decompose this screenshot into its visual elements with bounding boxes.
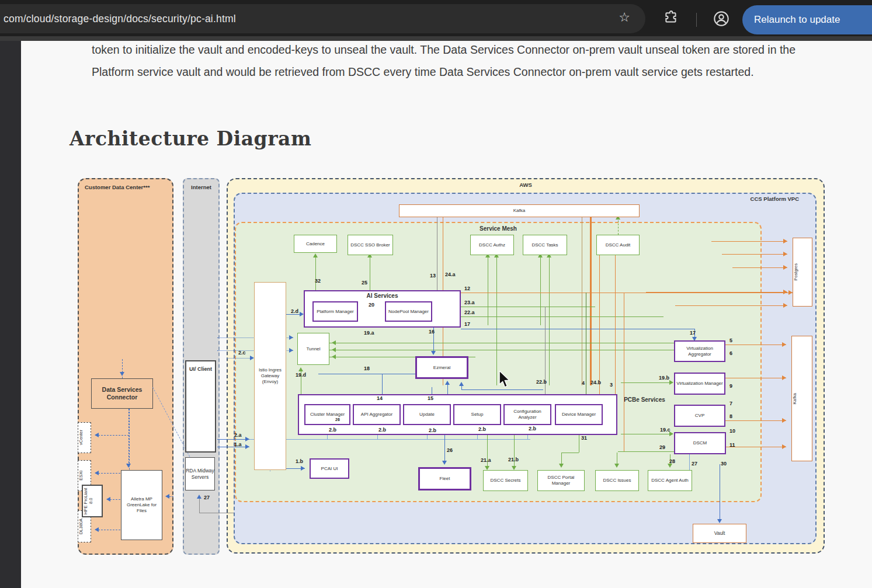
edge-label: 22.b — [536, 379, 547, 385]
edge-label: 9 — [729, 383, 732, 389]
arrowhead — [298, 365, 303, 371]
edge-label: 18 — [364, 366, 370, 371]
connector-line — [599, 254, 600, 394]
node-virtualization-manager: Virtualization Manager — [674, 373, 725, 395]
connector-line — [561, 453, 579, 453]
node-vcenter: vCenter — [78, 422, 91, 453]
node-dscc-audit: DSCC Audit — [596, 235, 640, 255]
connector-line — [227, 358, 250, 359]
edge-label: 21.a — [481, 457, 491, 463]
connector-line — [461, 389, 543, 390]
edge-label: 31 — [581, 435, 587, 441]
connector-line — [382, 374, 383, 394]
edge-label: 19.c — [660, 427, 670, 433]
connector-line — [128, 409, 129, 466]
connector-line — [329, 343, 674, 343]
node-dscc-authz: DSCC Authz — [470, 235, 514, 255]
node-vault: Vault — [693, 524, 746, 543]
edge-label: 14 — [377, 395, 383, 401]
connector-line — [725, 345, 786, 345]
arrowhead — [783, 239, 790, 243]
mouse-cursor — [498, 371, 511, 388]
connector-line — [586, 293, 586, 394]
node-virtualization-aggregator: Virtualization Aggregator — [674, 340, 725, 362]
edge-label: 4 — [582, 380, 585, 386]
edge-label: 26 — [335, 417, 340, 422]
arrowhead — [783, 303, 790, 308]
edge-label: 17 — [690, 330, 696, 336]
edge-label: 19.d — [296, 372, 306, 378]
node-ui-client: UI/ Client — [185, 360, 216, 453]
connector-line — [618, 217, 619, 235]
connector-line — [370, 255, 370, 290]
connector-line — [621, 434, 669, 434]
arrowhead — [782, 342, 788, 347]
edge-label: 1.a — [234, 441, 242, 447]
profile-icon[interactable] — [713, 11, 729, 27]
arrowhead — [245, 444, 252, 449]
node-configuration-analyzer: Configuration Analyzer — [503, 404, 551, 425]
connector-line — [624, 293, 624, 451]
arrowhead — [163, 494, 169, 499]
edge-label: 24.b — [590, 380, 601, 385]
node-dscm: DSCM — [674, 432, 726, 454]
connector-line — [461, 307, 595, 307]
edge-label: 1.b — [296, 458, 303, 464]
node-ezmeral: Ezmeral — [415, 356, 468, 379]
edge-label: 30 — [721, 461, 727, 467]
edge-label: 32 — [315, 278, 321, 284]
connector-line — [646, 292, 787, 293]
arrowhead — [289, 348, 296, 353]
arrowhead — [92, 471, 99, 475]
edge-label: 20 — [369, 302, 374, 308]
node-cluster-manager: Cluster Manager — [304, 404, 350, 425]
node-dscc-tasks: DSCC Tasks — [523, 235, 567, 255]
node-fleet: Fleet — [418, 467, 471, 490]
connector-line — [315, 255, 316, 290]
connector-line — [217, 447, 249, 447]
section-heading: Architecture Diagram — [70, 127, 311, 150]
arrowhead — [445, 378, 450, 385]
arrowhead — [783, 252, 790, 256]
arrowhead — [197, 492, 202, 499]
edge-label: 2.b — [478, 426, 486, 432]
edge-label: 2.c — [238, 350, 246, 356]
arrowhead — [301, 466, 307, 471]
extensions-icon[interactable] — [663, 11, 679, 26]
node-dscc-issues: DSCC Issues — [595, 470, 639, 491]
url-bar[interactable]: com/cloud/storage-design/docs/security/p… — [0, 4, 645, 33]
connector-line — [432, 387, 432, 394]
edge-label: 2.d — [291, 308, 298, 314]
edge-label: 11 — [729, 442, 735, 448]
edge-label: 2.b — [429, 427, 436, 433]
node-dscc-secrets: DSCC Secrets — [483, 470, 528, 491]
arrowhead — [782, 375, 788, 380]
edge-label: 13 — [430, 273, 436, 279]
relaunch-button[interactable]: Relaunch to update — [742, 5, 872, 34]
arrowhead — [104, 497, 110, 502]
connector-line — [461, 329, 694, 329]
edge-label: 2.a — [234, 432, 242, 438]
connector-line — [488, 255, 488, 325]
node-dscc-sso-broker: DSCC SSO Broker — [348, 235, 393, 255]
url-text[interactable]: com/cloud/storage-design/docs/security/p… — [0, 13, 236, 25]
edge-label: 27 — [692, 461, 697, 467]
edge-label: 16 — [429, 329, 435, 335]
edge-label: 6 — [729, 350, 732, 356]
node-kafka-top: Kafka — [399, 204, 640, 217]
connector-line — [590, 213, 592, 385]
node-dscc-portal-manager: DSCC Portal Manager — [537, 470, 585, 491]
bookmark-star-icon[interactable]: ☆ — [619, 10, 630, 25]
node-platform-manager: Platform Manager — [312, 301, 358, 322]
node-istio-ingress-gateway: Istio Ingres Gateway (Envoy) — [254, 282, 286, 470]
node-postgres: Postgres — [793, 238, 812, 307]
connector-line — [540, 255, 541, 325]
edge-label: 12 — [464, 286, 470, 291]
node-alletra-mp-greenlake: Alletra MP GreenLake for Files — [121, 470, 162, 540]
arrowhead — [442, 461, 447, 467]
edge-label: 3 — [610, 382, 613, 388]
arrowhead — [120, 372, 124, 378]
node-tunnel: Tunnel — [297, 333, 329, 365]
connector-line — [329, 350, 674, 350]
arrowhead — [459, 380, 464, 386]
